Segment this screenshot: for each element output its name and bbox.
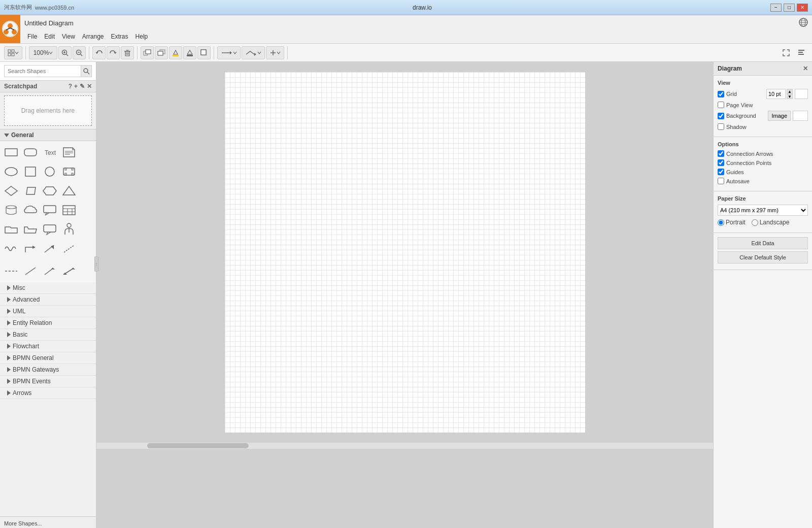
- edit-data-btn[interactable]: Edit Data: [718, 237, 808, 249]
- portrait-radio-label[interactable]: Portrait: [718, 219, 746, 226]
- menu-file[interactable]: File: [24, 32, 40, 41]
- background-image-btn[interactable]: Image: [768, 111, 791, 121]
- drawing-canvas[interactable]: [225, 72, 585, 433]
- shape-film[interactable]: [60, 162, 78, 181]
- shape-circle[interactable]: [41, 162, 59, 181]
- connection-style-btn[interactable]: [217, 46, 241, 59]
- shape-cloud[interactable]: [21, 201, 40, 219]
- menu-edit[interactable]: Edit: [41, 32, 58, 41]
- clear-style-btn[interactable]: Clear Default Style: [718, 251, 808, 263]
- scratchpad-add-icon[interactable]: +: [74, 83, 78, 90]
- line-color-btn[interactable]: [183, 46, 196, 59]
- shape-person[interactable]: [60, 220, 78, 239]
- menu-extras[interactable]: Extras: [108, 32, 131, 41]
- paper-size-select[interactable]: A4 (210 mm x 297 mm): [718, 205, 808, 216]
- shape-arrow-up-right[interactable]: [41, 240, 59, 258]
- shape-dashed-line[interactable]: [2, 262, 20, 280]
- background-checkbox[interactable]: [718, 113, 724, 119]
- fullscreen-btn[interactable]: [780, 46, 793, 59]
- undo-btn[interactable]: [92, 46, 106, 59]
- section-uml[interactable]: UML: [0, 306, 96, 317]
- shape-table[interactable]: [60, 201, 78, 219]
- search-input[interactable]: [4, 65, 81, 77]
- section-bpmn-general[interactable]: BPMN General: [0, 352, 96, 364]
- guides-checkbox[interactable]: [718, 169, 724, 175]
- connection-arrows-checkbox[interactable]: [718, 150, 724, 157]
- shape-speech-bubble[interactable]: [41, 220, 59, 239]
- shape-line[interactable]: [21, 262, 40, 280]
- format-panel-btn[interactable]: [795, 46, 808, 59]
- grid-up-btn[interactable]: ▲: [787, 89, 793, 94]
- shape-arrow-line[interactable]: [41, 262, 59, 280]
- fill-color-btn[interactable]: [169, 46, 182, 59]
- minimize-button[interactable]: −: [770, 4, 782, 12]
- section-misc[interactable]: Misc: [0, 282, 96, 294]
- waypoint-btn[interactable]: [242, 46, 265, 59]
- horizontal-scrollbar[interactable]: [96, 443, 713, 449]
- shape-folder[interactable]: [2, 220, 20, 239]
- section-advanced[interactable]: Advanced: [0, 294, 96, 306]
- insert-btn[interactable]: [266, 46, 284, 59]
- menu-help[interactable]: Help: [132, 32, 151, 41]
- shape-diamond[interactable]: [2, 182, 20, 200]
- shape-wavy[interactable]: [2, 240, 20, 258]
- section-bpmn-gateways[interactable]: BPMN Gateways: [0, 364, 96, 376]
- shape-square[interactable]: [21, 162, 40, 181]
- background-color-box[interactable]: [793, 111, 808, 121]
- grid-value-input[interactable]: [766, 89, 786, 99]
- shape-arrow-bend[interactable]: [21, 240, 40, 258]
- grid-down-btn[interactable]: ▼: [787, 94, 793, 99]
- section-flowchart[interactable]: Flowchart: [0, 341, 96, 352]
- panel-resize-handle[interactable]: ⋮: [94, 256, 96, 272]
- shape-line-diagonal[interactable]: [60, 240, 78, 258]
- landscape-radio[interactable]: [752, 219, 758, 226]
- redo-btn[interactable]: [107, 46, 120, 59]
- shape-cylinder[interactable]: [2, 201, 20, 219]
- page-view-checkbox[interactable]: [718, 102, 724, 108]
- landscape-radio-label[interactable]: Landscape: [752, 219, 790, 226]
- shape-bi-arrow[interactable]: [60, 262, 78, 280]
- right-panel-close-icon[interactable]: ✕: [803, 65, 808, 72]
- canvas-area[interactable]: [96, 62, 713, 528]
- shadow-btn[interactable]: [197, 46, 211, 59]
- globe-icon[interactable]: [799, 18, 808, 28]
- shape-ellipse[interactable]: [2, 162, 20, 181]
- view-dropdown-btn[interactable]: [4, 46, 22, 59]
- zoom-in-btn[interactable]: [58, 46, 72, 59]
- shape-rounded-rect[interactable]: [21, 143, 40, 161]
- shadow-checkbox[interactable]: [718, 123, 724, 130]
- maximize-button[interactable]: □: [784, 4, 795, 12]
- search-button[interactable]: [81, 65, 92, 77]
- section-basic[interactable]: Basic: [0, 329, 96, 341]
- grid-checkbox[interactable]: [718, 91, 724, 97]
- shape-hexagon[interactable]: [41, 182, 59, 200]
- portrait-radio[interactable]: [718, 219, 724, 226]
- section-general[interactable]: General: [0, 129, 96, 141]
- shape-rect[interactable]: [2, 143, 20, 161]
- grid-color-box[interactable]: [795, 89, 808, 99]
- shape-note[interactable]: [60, 143, 78, 161]
- shape-triangle[interactable]: [60, 182, 78, 200]
- shape-callout[interactable]: [41, 201, 59, 219]
- close-button[interactable]: ✕: [797, 4, 808, 12]
- more-shapes-btn[interactable]: More Shapes...: [0, 516, 96, 528]
- section-entity-relation[interactable]: Entity Relation: [0, 317, 96, 329]
- zoom-level-btn[interactable]: 100%: [29, 46, 57, 59]
- scratchpad-close-icon[interactable]: ✕: [87, 83, 92, 90]
- menu-arrange[interactable]: Arrange: [79, 32, 107, 41]
- connection-points-checkbox[interactable]: [718, 159, 724, 166]
- delete-btn[interactable]: [121, 46, 134, 59]
- scratchpad-edit-icon[interactable]: ✎: [80, 83, 85, 90]
- back-btn[interactable]: [155, 46, 168, 59]
- zoom-out-btn[interactable]: [73, 46, 86, 59]
- shape-open-folder[interactable]: [21, 220, 40, 239]
- menu-view[interactable]: View: [59, 32, 78, 41]
- section-arrows[interactable]: Arrows: [0, 387, 96, 399]
- front-btn[interactable]: [141, 46, 154, 59]
- shape-parallelogram[interactable]: [21, 182, 40, 200]
- shape-text[interactable]: Text: [41, 143, 59, 161]
- scratchpad-help-icon[interactable]: ?: [69, 83, 72, 90]
- autosave-checkbox[interactable]: [718, 178, 724, 184]
- section-bpmn-events[interactable]: BPMN Events: [0, 376, 96, 387]
- scrollbar-thumb[interactable]: [147, 443, 249, 448]
